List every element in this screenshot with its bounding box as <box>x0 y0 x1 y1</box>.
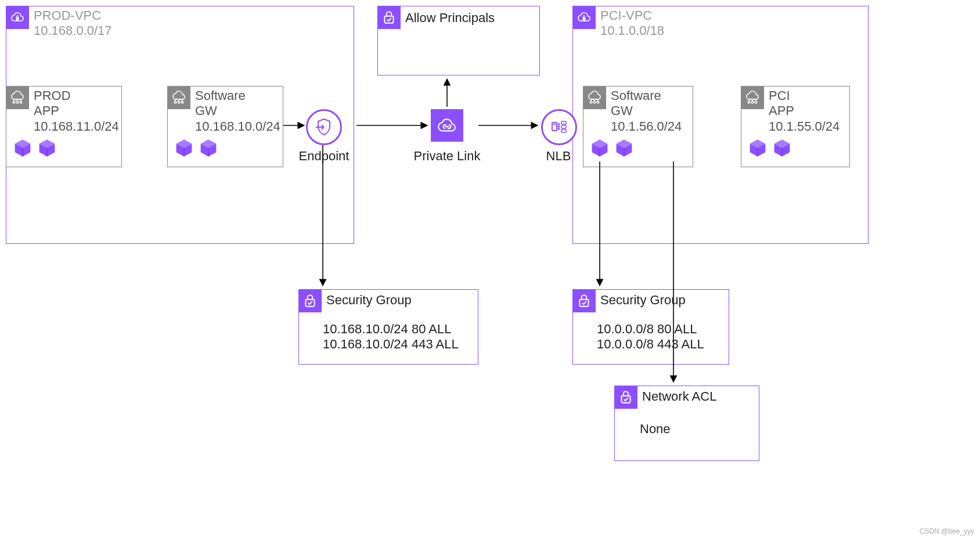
endpoint-label: Endpoint <box>283 149 365 164</box>
subnet-label: PRODAPP10.168.11.0/24 <box>34 88 119 134</box>
subnet-icon <box>741 86 764 109</box>
instances-icon <box>174 137 218 159</box>
subnet-label: PCIAPP10.1.55.0/24 <box>769 88 840 134</box>
nlb-label: NLB <box>518 149 599 164</box>
endpoint-node <box>306 109 342 145</box>
lock-ok-icon <box>572 289 596 312</box>
vpc-icon <box>572 6 596 29</box>
subnet-icon <box>167 86 190 109</box>
sg-left-title: Security Group <box>326 293 412 308</box>
subnet-icon <box>6 86 29 109</box>
vpc-pci-title: PCI-VPC10.1.0.0/18 <box>600 8 664 39</box>
nacl-body: None <box>640 422 671 437</box>
sg-left-rules: 10.168.10.0/24 80 ALL 10.168.10.0/24 443… <box>323 322 459 352</box>
subnet-label: SoftwareGW10.1.56.0/24 <box>611 88 682 134</box>
instances-icon <box>748 137 792 159</box>
sg-right-title: Security Group <box>600 293 686 308</box>
vpc-prod-title: PROD-VPC10.168.0.0/17 <box>34 8 112 39</box>
nacl-title: Network ACL <box>642 389 716 404</box>
instances-icon <box>13 137 57 159</box>
vpc-icon <box>6 6 29 29</box>
privatelink-node <box>431 109 463 142</box>
subnet-icon <box>583 86 606 109</box>
lock-ok-icon <box>614 386 637 409</box>
privatelink-label: Private Link <box>406 149 488 164</box>
subnet-label: SoftwareGW10.168.10.0/24 <box>195 88 280 134</box>
lock-ok-icon <box>377 6 401 29</box>
sg-right-rules: 10.0.0.0/8 80 ALL 10.0.0.0/8 443 ALL <box>597 322 704 352</box>
lock-ok-icon <box>298 289 322 312</box>
watermark: CSDN @bee_yyy <box>920 527 974 535</box>
allow-principals-label: Allow Principals <box>405 10 495 26</box>
nlb-node <box>541 109 577 145</box>
